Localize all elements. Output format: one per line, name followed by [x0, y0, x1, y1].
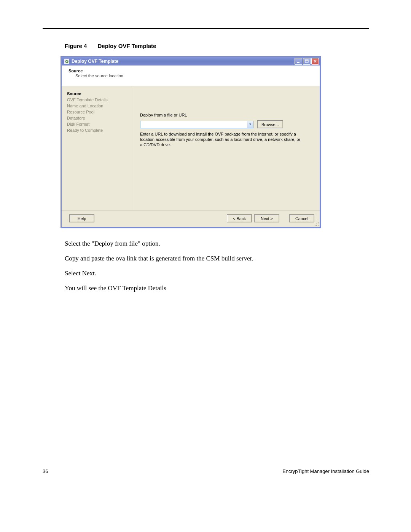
- page-number: 36: [43, 468, 48, 474]
- wizard-steps-sidebar: Source OVF Template Details Name and Loc…: [62, 86, 133, 210]
- step-ovf-details[interactable]: OVF Template Details: [67, 97, 129, 103]
- next-button[interactable]: Next >: [254, 214, 279, 222]
- step-ready-complete[interactable]: Ready to Complete: [67, 127, 129, 133]
- step-name-location[interactable]: Name and Location: [67, 103, 129, 109]
- dropdown-icon[interactable]: ▼: [247, 121, 253, 128]
- dialog-body: Source OVF Template Details Name and Loc…: [62, 86, 320, 210]
- window-controls: [295, 58, 319, 65]
- svg-point-7: [316, 225, 317, 226]
- svg-point-5: [318, 224, 319, 224]
- top-rule: [43, 28, 369, 29]
- step-disk-format[interactable]: Disk Format: [67, 121, 129, 127]
- svg-point-6: [315, 225, 315, 226]
- step-datastore[interactable]: Datastore: [67, 115, 129, 121]
- instruction-paragraph: Select the "Deploy from file" option.: [65, 240, 369, 248]
- header-title: Source: [68, 69, 314, 73]
- help-button[interactable]: Help: [69, 214, 94, 222]
- svg-point-3: [318, 222, 319, 223]
- svg-point-8: [318, 225, 319, 226]
- svg-rect-0: [297, 62, 299, 63]
- dialog-screenshot: ✿ Deploy OVF Template Source Select th: [61, 56, 321, 228]
- cancel-button[interactable]: Cancel: [289, 214, 314, 222]
- back-button[interactable]: < Back: [227, 214, 252, 222]
- close-button[interactable]: [311, 58, 319, 65]
- source-input-row: ▼ Browse...: [140, 120, 313, 128]
- app-icon: ✿: [64, 59, 69, 64]
- instruction-paragraph: Select Next.: [65, 269, 369, 278]
- dialog-button-bar: Help < Back Next > Cancel: [62, 210, 320, 227]
- dialog-content: Deploy from a file or URL ▼ Browse... En…: [133, 86, 320, 210]
- instructional-text: Select the "Deploy from file" option. Co…: [65, 240, 369, 293]
- dialog-title: Deploy OVF Template: [72, 59, 118, 64]
- instruction-paragraph: Copy and paste the ova link that is gene…: [65, 254, 369, 263]
- step-source[interactable]: Source: [67, 91, 129, 97]
- page-content-area: Figure 4 Deploy OVF Template ✿ Deploy OV…: [43, 28, 369, 299]
- header-subtitle: Select the source location.: [75, 73, 314, 78]
- dialog-header: Source Select the source location.: [62, 66, 320, 86]
- maximize-button[interactable]: [303, 58, 311, 65]
- figure-caption: Figure 4 Deploy OVF Template: [65, 43, 369, 49]
- source-url-input[interactable]: [140, 121, 247, 128]
- svg-rect-2: [305, 60, 308, 61]
- instruction-paragraph: You will see the OVF Template Details: [65, 284, 369, 293]
- deploy-ovf-dialog: ✿ Deploy OVF Template Source Select th: [61, 56, 321, 228]
- source-help-text: Enter a URL to download and install the …: [140, 131, 304, 147]
- step-resource-pool[interactable]: Resource Pool: [67, 109, 129, 115]
- document-title: EncrypTight Manager Installation Guide: [282, 468, 369, 474]
- resize-grip-icon[interactable]: [314, 221, 319, 226]
- browse-button[interactable]: Browse...: [257, 120, 283, 128]
- figure-label: Figure 4: [65, 43, 87, 49]
- deploy-source-label: Deploy from a file or URL: [140, 113, 313, 117]
- figure-title: Deploy OVF Template: [98, 43, 156, 49]
- minimize-button[interactable]: [295, 58, 302, 65]
- svg-point-4: [316, 224, 317, 224]
- dialog-titlebar[interactable]: ✿ Deploy OVF Template: [62, 57, 320, 66]
- source-url-combobox[interactable]: ▼: [140, 121, 253, 128]
- page-footer: 36 EncrypTight Manager Installation Guid…: [43, 468, 369, 474]
